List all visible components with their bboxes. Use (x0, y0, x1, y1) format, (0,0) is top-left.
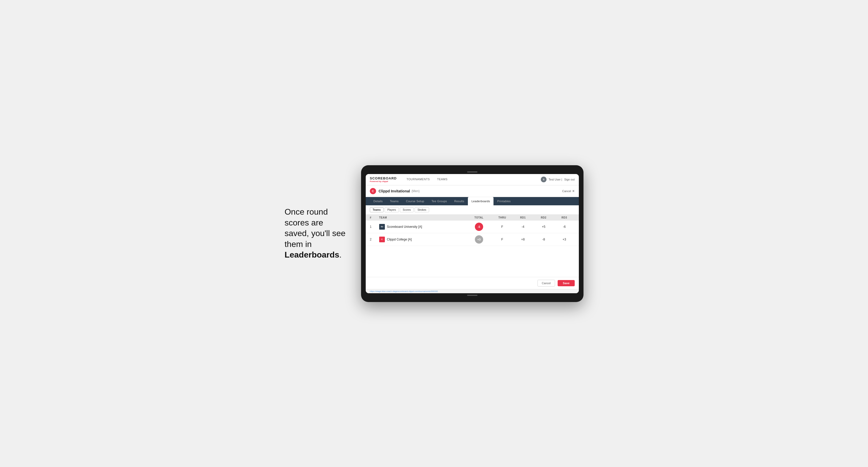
row1-total: -5 (466, 223, 492, 231)
left-text-period: . (339, 250, 342, 259)
col-rd3-header: RD3 (554, 216, 575, 219)
tab-teams[interactable]: Teams (386, 197, 402, 205)
page-wrapper: Once round scores are saved, you'll see … (0, 155, 868, 312)
row2-team-name: Clippd College [A] (387, 238, 412, 241)
filter-strokes[interactable]: Strokes (414, 207, 429, 212)
tablet-screen: SCOREBOARD Powered by clippd TOURNAMENTS… (366, 174, 579, 293)
tab-printables[interactable]: Printables (494, 197, 514, 205)
tab-results[interactable]: Results (451, 197, 468, 205)
row1-rd1: -4 (513, 225, 533, 228)
close-icon: ✕ (572, 189, 575, 193)
left-text-bold: Leaderboards (284, 250, 339, 259)
col-rd2-header: RD2 (533, 216, 554, 219)
leaderboard-table: # TEAM TOTAL THRU RD1 RD2 RD3 1 SU Score… (366, 215, 579, 277)
col-total-header: TOTAL (466, 216, 492, 219)
tablet-top-pill (467, 172, 477, 173)
left-text-block: Once round scores are saved, you'll see … (284, 207, 345, 260)
table-empty-space (366, 246, 579, 277)
row2-total: +3 (466, 235, 492, 244)
nav-links: TOURNAMENTS TEAMS (403, 174, 541, 185)
row1-team-logo: SU (379, 224, 385, 229)
row2-rd3: +3 (554, 238, 575, 241)
col-team-header: TEAM (379, 216, 466, 219)
tournament-name: Clippd Invitational (379, 189, 410, 193)
tournament-icon: C (370, 188, 376, 194)
tablet: SCOREBOARD Powered by clippd TOURNAMENTS… (361, 165, 584, 302)
logo-area: SCOREBOARD Powered by clippd (370, 176, 397, 183)
tablet-bottom-pill (467, 295, 477, 296)
tab-course-setup[interactable]: Course Setup (402, 197, 428, 205)
row1-thru: F (492, 225, 513, 228)
cancel-button[interactable]: Cancel (537, 280, 555, 286)
top-nav: SCOREBOARD Powered by clippd TOURNAMENTS… (366, 174, 579, 185)
left-text-line1: Once round (284, 207, 328, 216)
sign-out-link[interactable]: Sign out (564, 178, 575, 181)
tab-tee-groups[interactable]: Tee Groups (428, 197, 451, 205)
row1-rd2: +5 (533, 225, 554, 228)
user-avatar: S (541, 177, 547, 182)
row1-team-col: SU Scoreboard University [A] (379, 224, 466, 229)
table-header: # TEAM TOTAL THRU RD1 RD2 RD3 (366, 215, 579, 221)
left-text-line4: them in (284, 240, 312, 249)
left-text-line2: scores are (284, 218, 323, 227)
row2-rd2: -8 (533, 238, 554, 241)
nav-tournaments[interactable]: TOURNAMENTS (403, 174, 433, 185)
tab-leaderboards[interactable]: Leaderboards (468, 197, 494, 205)
logo-powered: Powered by clippd (370, 180, 397, 183)
row2-team-logo: C (379, 237, 385, 242)
url-bar: https://stage-blue-coach.stagescoreboard… (366, 289, 579, 293)
tab-details[interactable]: Details (370, 197, 386, 205)
row2-team-col: C Clippd College [A] (379, 237, 466, 242)
table-row: 1 SU Scoreboard University [A] -5 F -4 +… (366, 221, 579, 233)
save-button[interactable]: Save (558, 280, 575, 286)
row2-rank: 2 (370, 238, 379, 241)
filter-bar: Teams Players Scores Strokes (366, 205, 579, 215)
row1-rd3: -6 (554, 225, 575, 228)
row2-score-badge: +3 (475, 235, 483, 244)
bottom-bar: Cancel Save (366, 277, 579, 289)
row2-thru: F (492, 238, 513, 241)
table-row: 2 C Clippd College [A] +3 F +8 -8 +3 (366, 233, 579, 246)
filter-scores[interactable]: Scores (400, 207, 413, 212)
col-rank-header: # (370, 216, 379, 219)
col-thru-header: THRU (492, 216, 513, 219)
url-text: https://stage-blue-coach.stagescoreboard… (370, 290, 438, 292)
row2-rd1: +8 (513, 238, 533, 241)
row1-team-name: Scoreboard University [A] (387, 225, 422, 228)
sub-nav: Details Teams Course Setup Tee Groups Re… (366, 197, 579, 205)
nav-right: S Test User | Sign out (541, 177, 575, 182)
filter-teams[interactable]: Teams (370, 207, 383, 212)
tournament-cancel-button[interactable]: Cancel ✕ (562, 189, 575, 193)
logo-scoreboard: SCOREBOARD (370, 176, 397, 180)
row1-rank: 1 (370, 225, 379, 228)
row1-score-badge: -5 (475, 223, 483, 231)
left-text-line3: saved, you'll see (284, 228, 345, 238)
filter-players[interactable]: Players (384, 207, 399, 212)
col-rd1-header: RD1 (513, 216, 533, 219)
tournament-header: C Clippd Invitational (Men) Cancel ✕ (366, 185, 579, 197)
user-label: Test User | (549, 178, 562, 181)
nav-teams[interactable]: TEAMS (433, 174, 451, 185)
tournament-gender: (Men) (411, 189, 420, 193)
